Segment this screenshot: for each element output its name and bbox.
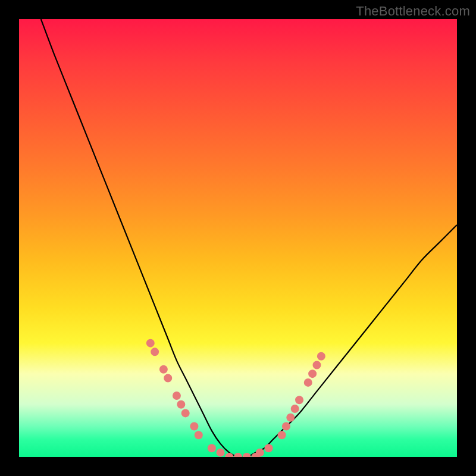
data-marker <box>291 405 299 413</box>
data-marker <box>208 444 216 452</box>
data-marker <box>282 422 290 430</box>
data-marker <box>304 378 312 387</box>
chart-frame: TheBottleneck.com <box>0 0 476 476</box>
data-marker <box>317 352 325 361</box>
data-marker <box>190 422 198 430</box>
data-marker <box>265 444 273 452</box>
data-marker <box>243 453 251 457</box>
bottleneck-curve <box>41 19 457 457</box>
plot-area <box>19 19 457 457</box>
data-marker <box>173 392 181 400</box>
data-marker <box>234 453 242 457</box>
data-marker <box>151 347 159 356</box>
data-marker <box>286 414 295 422</box>
data-marker <box>256 449 264 457</box>
chart-svg <box>19 19 457 457</box>
watermark-text: TheBottleneck.com <box>356 4 470 19</box>
data-marker <box>159 365 168 374</box>
data-marker <box>312 361 321 369</box>
data-marker <box>295 396 303 404</box>
data-marker <box>195 431 203 439</box>
data-marker <box>278 431 286 439</box>
data-marker <box>181 409 190 417</box>
data-marker <box>225 453 233 457</box>
data-marker <box>217 449 225 457</box>
data-marker <box>177 400 185 409</box>
data-marker <box>164 374 172 383</box>
data-marker <box>146 339 155 347</box>
marker-group <box>146 339 325 457</box>
data-marker <box>308 369 317 378</box>
